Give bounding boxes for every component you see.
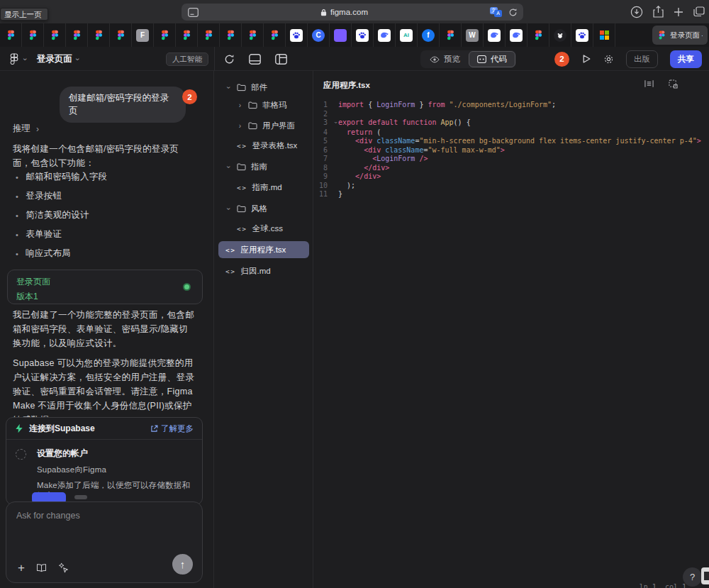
code-line: 10 );	[314, 182, 709, 191]
browser-tab-figma[interactable]	[0, 23, 22, 47]
address-bar[interactable]: figma.com 文A	[182, 4, 523, 21]
code-area[interactable]: 1import { LoginForm } from "./components…	[314, 101, 709, 199]
browser-tab-whale[interactable]	[484, 23, 506, 47]
browser-tab-figma[interactable]	[110, 23, 132, 47]
learn-more-link[interactable]: 了解更多	[150, 423, 194, 434]
share-button[interactable]: 共享	[670, 50, 702, 68]
tree-folder-7[interactable]: ›风格	[218, 200, 309, 217]
feature-item: 表单验证	[16, 225, 107, 244]
chevron-icon: ›	[237, 101, 243, 109]
chat-input-field[interactable]	[16, 511, 191, 553]
supabase-note-text: Supabase 可以为您的登录功能提供完整的用户认证解决方案，包括安全的用户注…	[13, 356, 196, 427]
downloads-icon[interactable]	[630, 6, 643, 18]
notification-badge[interactable]: 2	[554, 52, 569, 67]
chat-input-box[interactable]: + ↑	[6, 501, 203, 583]
code-file-icon: <>	[225, 246, 235, 254]
browser-tab-whale[interactable]	[374, 23, 396, 47]
code-line: 9 </div>	[314, 172, 709, 182]
tree-folder-2[interactable]: ›菲格玛	[218, 96, 309, 113]
code-editor-panel[interactable]: 应用程序.tsx 1import { LoginForm } from "./c…	[314, 71, 709, 588]
figma-menu-icon[interactable]	[9, 53, 20, 65]
version-card[interactable]: 登录页面 版本1	[7, 270, 203, 304]
figma-favicon	[657, 30, 666, 40]
browser-tab-figma[interactable]	[440, 23, 462, 47]
browser-tab-figma[interactable]	[527, 23, 549, 47]
browser-tab-w-gray[interactable]: W	[462, 23, 484, 47]
browser-tab-figma[interactable]	[66, 23, 88, 47]
browser-tab-ms-grid[interactable]	[593, 23, 615, 47]
code-line: 5 <div className="min-h-screen bg-backgr…	[314, 137, 709, 146]
chevron-down-icon[interactable]: ›	[74, 57, 82, 60]
editor-filename: 应用程序.tsx	[323, 80, 370, 91]
guidelines-book-icon[interactable]	[36, 564, 47, 572]
status-dot	[183, 283, 191, 291]
share-icon[interactable]	[653, 6, 664, 18]
view-switcher: 预览 代码	[420, 50, 516, 68]
browser-tab-paw[interactable]	[286, 23, 308, 47]
browser-tab-figma[interactable]	[44, 23, 66, 47]
dismiss-button-partial[interactable]	[74, 495, 87, 499]
edge-tooltip-partial	[701, 567, 709, 584]
browser-tab-figma[interactable]	[154, 23, 176, 47]
reasoning-toggle[interactable]: 推理 ›	[13, 123, 39, 135]
tree-file-10[interactable]: <>归因.md	[218, 262, 309, 279]
code-file-icon: <>	[237, 142, 247, 150]
copy-code-icon[interactable]	[669, 79, 678, 89]
toolbar-divider	[214, 47, 215, 71]
version-card-title: 登录页面	[16, 276, 194, 288]
browser-tab-ai-teal[interactable]: AI	[396, 23, 418, 47]
sparkle-cursor-icon[interactable]	[58, 562, 69, 573]
browser-tab-figma[interactable]	[242, 23, 264, 47]
tab-preview[interactable]: 预览	[421, 51, 469, 67]
chevron-icon: ›	[237, 122, 243, 130]
refresh-icon[interactable]	[224, 54, 235, 65]
browser-tab-panda[interactable]	[549, 23, 571, 47]
browser-tab-figma[interactable]	[220, 23, 242, 47]
tree-item-label: 部件	[251, 82, 267, 93]
word-wrap-icon[interactable]	[644, 79, 654, 89]
tab-overview-icon[interactable]	[693, 6, 705, 17]
cursor-position-status: ln 1, col 1	[640, 583, 686, 588]
tree-folder-5[interactable]: ›指南	[218, 158, 309, 175]
tree-file-4[interactable]: <>登录表格.tsx	[218, 137, 309, 154]
chevron-down-icon[interactable]: ›	[21, 57, 29, 60]
tree-folder-1[interactable]: ›部件	[218, 79, 309, 96]
tree-item-label: 指南.md	[252, 182, 281, 193]
code-line: 6 <div className="w-full max-w-md">	[314, 146, 709, 155]
page-menu-icon[interactable]	[188, 8, 199, 17]
browser-tab-f-circle[interactable]: f	[418, 23, 440, 47]
play-icon[interactable]	[581, 54, 591, 64]
attach-icon[interactable]: +	[18, 562, 25, 574]
folder-icon	[248, 121, 257, 130]
translate-icon[interactable]: 文A	[490, 7, 502, 17]
bottom-panel-icon[interactable]	[249, 54, 261, 65]
send-button[interactable]: ↑	[172, 554, 193, 575]
gear-icon[interactable]	[603, 54, 614, 65]
new-tab-icon[interactable]	[674, 7, 683, 17]
browser-tab-purple-app[interactable]	[330, 23, 352, 47]
publish-button[interactable]: 出版	[626, 50, 658, 68]
browser-tab-paw[interactable]	[352, 23, 374, 47]
layout-panels-icon[interactable]	[275, 54, 287, 65]
code-label: 代码	[491, 54, 507, 65]
browser-tab-figma[interactable]	[198, 23, 220, 47]
tab-code[interactable]: 代码	[469, 51, 515, 67]
browser-tab-figma[interactable]	[22, 23, 44, 47]
preview-label: 预览	[444, 54, 460, 65]
browser-tab-c-circle[interactable]: C	[308, 23, 330, 47]
tree-file-9[interactable]: <>应用程序.tsx	[218, 241, 309, 258]
browser-tab-paw[interactable]	[571, 23, 593, 47]
browser-tab-active[interactable]: 登录页面 –...	[652, 26, 708, 45]
browser-tab-figma[interactable]	[88, 23, 110, 47]
user-message-bubble: 创建邮箱/密码字段的登录页	[60, 87, 186, 123]
reload-icon[interactable]	[508, 8, 518, 17]
lock-icon	[320, 9, 327, 16]
browser-tab-letter-f-gray[interactable]: F	[132, 23, 154, 47]
browser-tab-figma[interactable]	[176, 23, 198, 47]
tree-file-8[interactable]: <>全球.css	[218, 220, 309, 237]
tree-folder-3[interactable]: ›用户界面	[218, 117, 309, 134]
browser-tab-whale[interactable]	[506, 23, 527, 47]
browser-tab-figma[interactable]	[264, 23, 286, 47]
tree-file-6[interactable]: <>指南.md	[218, 179, 309, 196]
chevron-icon: ›	[225, 206, 233, 212]
